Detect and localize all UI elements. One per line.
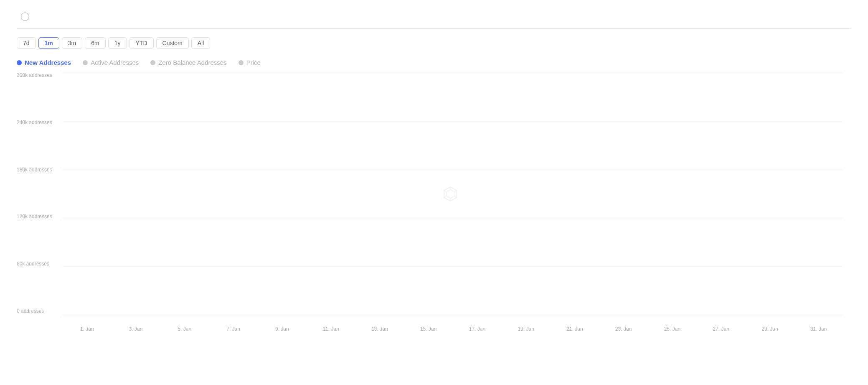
time-filter-7d[interactable]: 7d (17, 37, 36, 49)
legend-label-new-addresses: New Addresses (25, 59, 71, 66)
y-axis-label: 240k addresses (17, 120, 52, 125)
x-axis-label: 17. Jan (453, 326, 502, 332)
y-axis-label: 180k addresses (17, 167, 52, 172)
x-axis-label: 21. Jan (551, 326, 599, 332)
x-axis-label: 11. Jan (307, 326, 355, 332)
legend: New AddressesActive AddressesZero Balanc… (17, 59, 851, 66)
chart-inner (63, 73, 843, 315)
y-axis-label: 120k addresses (17, 214, 52, 219)
legend-label-price: Price (246, 59, 261, 66)
x-axis-label: 15. Jan (404, 326, 453, 332)
legend-dot-zero-balance (150, 60, 155, 65)
x-axis-label: 7. Jan (209, 326, 258, 332)
legend-item-active-addresses[interactable]: Active Addresses (83, 59, 139, 66)
legend-dot-new-addresses (17, 60, 22, 65)
x-axis-label: 31. Jan (794, 326, 843, 332)
time-filter-1m[interactable]: 1m (38, 37, 59, 49)
x-axis-label: 19. Jan (502, 326, 551, 332)
x-axis-label: 9. Jan (258, 326, 307, 332)
time-filter-1y[interactable]: 1y (108, 37, 127, 49)
y-axis-label: 60k addresses (17, 261, 52, 266)
x-axis-label: 5. Jan (160, 326, 209, 332)
x-axis-label: 27. Jan (697, 326, 746, 332)
line-chart-svg (63, 73, 843, 315)
time-filter-6m[interactable]: 6m (85, 37, 105, 49)
help-icon[interactable] (21, 13, 29, 21)
chart-area: 0 addresses60k addresses120k addresses18… (17, 73, 851, 332)
divider (17, 28, 851, 29)
time-filter-ytd[interactable]: YTD (129, 37, 154, 49)
time-filter-all[interactable]: All (191, 37, 211, 49)
x-axis-label: 13. Jan (355, 326, 404, 332)
legend-dot-price (239, 60, 244, 65)
x-axis-label: 23. Jan (599, 326, 648, 332)
legend-item-zero-balance[interactable]: Zero Balance Addresses (150, 59, 226, 66)
y-axis: 0 addresses60k addresses120k addresses18… (17, 73, 52, 315)
y-axis-label: 300k addresses (17, 73, 52, 78)
legend-label-zero-balance: Zero Balance Addresses (158, 59, 226, 66)
x-axis-label: 29. Jan (746, 326, 794, 332)
chart-title-row (17, 13, 851, 21)
time-filter-3m[interactable]: 3m (62, 37, 82, 49)
time-filters: 7d1m3m6m1yYTDCustomAll (17, 37, 851, 49)
legend-item-new-addresses[interactable]: New Addresses (17, 59, 71, 66)
x-axis: 1. Jan3. Jan5. Jan7. Jan9. Jan11. Jan13.… (63, 317, 843, 332)
x-axis-label: 3. Jan (112, 326, 160, 332)
time-filter-custom[interactable]: Custom (156, 37, 189, 49)
x-axis-label: 1. Jan (63, 326, 112, 332)
legend-dot-active-addresses (83, 60, 88, 65)
y-axis-label: 0 addresses (17, 309, 52, 314)
legend-label-active-addresses: Active Addresses (91, 59, 139, 66)
x-axis-label: 25. Jan (648, 326, 697, 332)
legend-item-price[interactable]: Price (239, 59, 261, 66)
